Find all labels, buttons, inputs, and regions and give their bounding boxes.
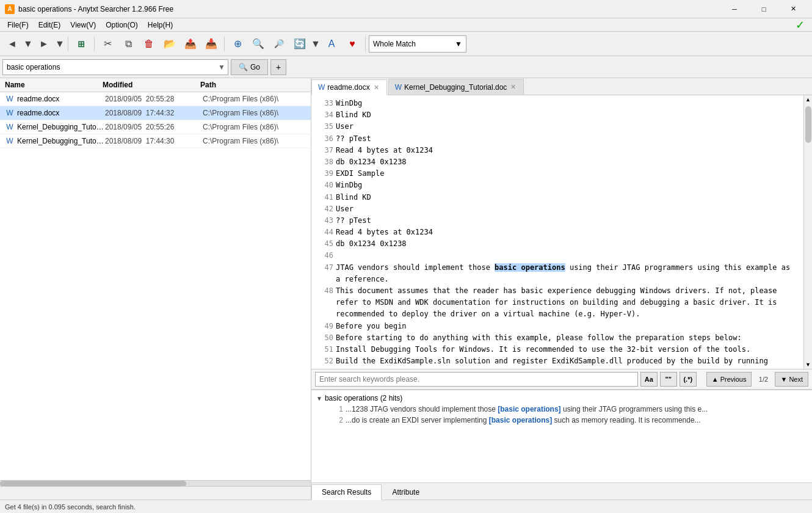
find-regex-button[interactable]: (.*): [680, 372, 697, 387]
search-input[interactable]: [3, 63, 216, 71]
tab-label-kernel: Kernel_Debugging_Tutorial.doc: [404, 83, 507, 92]
scroll-down-button[interactable]: ▼: [805, 360, 811, 369]
table-row[interactable]: W readme.docx 2018/09/05 20:55:28 C:\Pro…: [0, 92, 311, 106]
tab-bar: W readme.docx ✕ W Kernel_Debugging_Tutor…: [311, 78, 812, 95]
go-button[interactable]: 🔍 Go: [231, 59, 268, 75]
menu-edit[interactable]: Edit(E): [34, 20, 66, 31]
result-num: 1: [331, 405, 343, 413]
window-controls: ─ □ ✕: [720, 0, 807, 18]
folder-button[interactable]: 📂: [160, 34, 179, 54]
toolbar: ◄ ▼ ► ▼ ⊞ ✂ ⧉ 🗑 📂 📤 📥 ⊕ 🔍 🔎 🔄 ▼ A ♥ Whol…: [0, 32, 812, 56]
export-button[interactable]: 📤: [181, 34, 200, 54]
refresh-button[interactable]: 🔄: [290, 34, 310, 54]
main-area: Name Modified Path W readme.docx 2018/09…: [0, 78, 812, 500]
import-button[interactable]: 📥: [201, 34, 221, 54]
back-dropdown-button[interactable]: ▼: [23, 34, 33, 54]
close-button[interactable]: ✕: [779, 0, 807, 18]
find-word-button[interactable]: "": [660, 372, 677, 387]
find-count: 1/2: [754, 376, 772, 383]
result-item[interactable]: 1 ...1238 JTAG vendors should implement …: [316, 404, 807, 415]
find-next-button[interactable]: ▼ Next: [775, 372, 808, 387]
content-line-47: 47 JTAG vendors should implement those b…: [316, 262, 799, 285]
content-line-52: 52 Build the ExdiKdSample.sln solution a…: [316, 355, 799, 369]
back-button[interactable]: ◄: [2, 34, 22, 54]
translate-button[interactable]: A: [322, 34, 341, 54]
favorite-button[interactable]: ♥: [343, 34, 362, 54]
scroll-up-button[interactable]: ▲: [805, 95, 811, 104]
content-line: 39 EXDI Sample: [316, 168, 799, 180]
file-path: C:\Program Files (x86)\: [203, 137, 306, 145]
content-line: 41 Blind KD: [316, 192, 799, 203]
cut-button[interactable]: ✂: [98, 34, 117, 54]
result-item[interactable]: 2 ...do is create an EXDI server impleme…: [316, 415, 807, 426]
results-panel: ▼ basic operations (2 hits) 1 ...1238 JT…: [311, 390, 812, 500]
file-name: Kernel_Debugging_Tutorial...: [17, 137, 105, 145]
results-tree: ▼ basic operations (2 hits) 1 ...1238 JT…: [311, 390, 812, 482]
tab-kernel[interactable]: W Kernel_Debugging_Tutorial.doc ✕: [388, 79, 524, 95]
content-line: 45 db 0x1234 0x1238: [316, 238, 799, 250]
searchbar: ▼ 🔍 Go +: [0, 56, 812, 78]
menubar: File(F) Edit(E) View(V) Option(O) Help(H…: [0, 18, 812, 32]
file-modified: 2018/09/05 20:55:26: [105, 123, 203, 131]
results-group: ▼ basic operations (2 hits) 1 ...1238 JT…: [316, 393, 807, 426]
toolbar-separator-3: [224, 37, 225, 51]
tab-attribute[interactable]: Attribute: [382, 484, 430, 500]
highlight-basic-operations: basic operations: [495, 263, 565, 272]
expand-arrow-icon: ▼: [316, 395, 322, 402]
result-highlight: [basic operations]: [498, 405, 560, 413]
minimize-button[interactable]: ─: [720, 0, 749, 18]
right-scrollbar[interactable]: ▲ ▼: [803, 95, 812, 369]
index-button[interactable]: ⊕: [228, 34, 247, 54]
tab-close-kernel[interactable]: ✕: [509, 83, 517, 91]
content-line: 35 User: [316, 121, 799, 133]
tab-icon-kernel: W: [395, 83, 402, 92]
forward-button[interactable]: ►: [34, 34, 54, 54]
find-case-button[interactable]: Aa: [640, 372, 658, 387]
find-prev-button[interactable]: ▲ Previous: [706, 372, 752, 387]
menu-file[interactable]: File(F): [2, 20, 34, 31]
zoom-out-button[interactable]: 🔍: [248, 34, 268, 54]
content-line: 43 ?? pTest: [316, 215, 799, 227]
file-icon: W: [5, 108, 15, 118]
restore-button[interactable]: □: [750, 0, 778, 18]
result-num: 2: [331, 416, 343, 424]
result-highlight: [basic operations]: [489, 416, 552, 424]
excel-icon-button[interactable]: ⊞: [71, 34, 91, 54]
tab-readme[interactable]: W readme.docx ✕: [311, 79, 387, 95]
file-modified: 2018/08/09 17:44:30: [105, 137, 203, 145]
search-dropdown-arrow[interactable]: ▼: [216, 63, 228, 71]
refresh-dropdown-button[interactable]: ▼: [311, 34, 321, 54]
toolbar-separator-1: [68, 37, 68, 51]
add-tab-button[interactable]: +: [270, 59, 286, 75]
table-row[interactable]: W Kernel_Debugging_Tutorial... 2018/09/0…: [0, 120, 311, 134]
scroll-thumb[interactable]: [805, 106, 811, 143]
tab-search-results[interactable]: Search Results: [311, 484, 382, 500]
match-mode-dropdown[interactable]: Whole Match ▼: [369, 35, 466, 53]
zoom-in-button[interactable]: 🔎: [269, 34, 289, 54]
copy-button[interactable]: ⧉: [118, 34, 138, 54]
content-line-49: 49 Before you begin: [316, 321, 799, 332]
results-group-header[interactable]: ▼ basic operations (2 hits): [316, 393, 807, 404]
table-row[interactable]: W Kernel_Debugging_Tutorial... 2018/08/0…: [0, 134, 311, 148]
file-modified: 2018/08/09 17:44:32: [105, 109, 203, 117]
content-area[interactable]: 33 WinDbg 34 Blind KD 35 User 36 ?? pTes…: [311, 95, 803, 369]
delete-button[interactable]: 🗑: [139, 34, 159, 54]
toolbar-separator-2: [94, 37, 95, 51]
find-bar: Aa "" (.*) ▲ Previous 1/2 ▼ Next: [311, 369, 812, 390]
menu-view[interactable]: View(V): [65, 20, 101, 31]
file-name: readme.docx: [17, 109, 105, 117]
table-row[interactable]: W readme.docx 2018/08/09 17:44:32 C:\Pro…: [0, 106, 311, 120]
find-input[interactable]: [315, 372, 638, 387]
file-path: C:\Program Files (x86)\: [203, 123, 306, 131]
tab-close-readme[interactable]: ✕: [372, 84, 380, 92]
menu-option[interactable]: Option(O): [101, 20, 143, 31]
result-text: ...1238 JTAG vendors should implement th…: [346, 405, 807, 413]
file-modified: 2018/09/05 20:55:28: [105, 95, 203, 103]
content-line: 38 db 0x1234 0x1238: [316, 156, 799, 168]
content-line: 44 Read 4 bytes at 0x1234: [316, 227, 799, 238]
forward-dropdown-button[interactable]: ▼: [55, 34, 65, 54]
toolbar-separator-4: [365, 37, 366, 51]
menu-help[interactable]: Help(H): [143, 20, 178, 31]
content-line: 40 WinDbg: [316, 180, 799, 191]
search-icon: 🔍: [239, 63, 248, 71]
